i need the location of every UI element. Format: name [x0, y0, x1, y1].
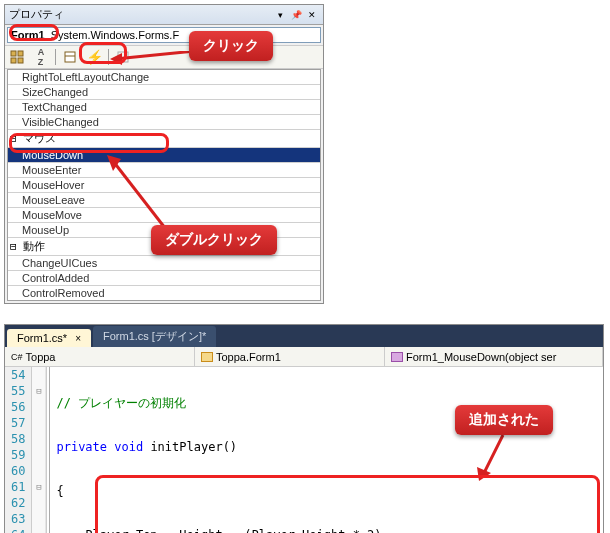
fold-toggle[interactable]: ⊟	[32, 383, 45, 399]
properties-toolbar: AZ ⚡	[5, 45, 323, 69]
event-row[interactable]: MouseHover	[8, 178, 320, 193]
editor-tabbar: Form1.cs*× Form1.cs [デザイン]*	[5, 325, 603, 347]
breadcrumb-class[interactable]: Toppa.Form1	[195, 347, 385, 366]
close-icon[interactable]: ✕	[305, 8, 319, 22]
event-row[interactable]: SizeChanged	[8, 85, 320, 100]
event-row[interactable]: ControlAdded	[8, 271, 320, 286]
event-row[interactable]: MouseLeave	[8, 193, 320, 208]
property-pages-icon[interactable]	[113, 47, 133, 67]
category-mouse[interactable]: マウス	[8, 130, 320, 148]
code-text[interactable]: // プレイヤーの初期化 private void initPlayer() {…	[52, 367, 501, 533]
event-row[interactable]: MouseMove	[8, 208, 320, 223]
breadcrumb-member[interactable]: Form1_MouseDown(object ser	[385, 347, 603, 366]
svg-rect-0	[11, 51, 16, 56]
object-selector[interactable]: Form1 System.Windows.Forms.F	[7, 27, 321, 43]
event-row[interactable]: TextChanged	[8, 100, 320, 115]
class-icon	[201, 352, 213, 362]
svg-rect-4	[65, 52, 75, 62]
callout-added: 追加された	[455, 405, 553, 435]
selected-object-name: Form1	[11, 29, 45, 41]
tab-close-icon[interactable]: ×	[75, 333, 81, 344]
pin-icon[interactable]: 📌	[289, 8, 303, 22]
event-row[interactable]: ChangeUICues	[8, 256, 320, 271]
line-gutter: 545556575859606162636465	[5, 367, 32, 533]
fold-toggle[interactable]: ⊟	[32, 479, 45, 495]
breadcrumb-namespace[interactable]: C#Toppa	[5, 347, 195, 366]
fold-gutter: ⊟⊟	[32, 367, 46, 533]
callout-click: クリック	[189, 31, 273, 61]
code-editor: Form1.cs*× Form1.cs [デザイン]* C#Toppa Topp…	[4, 324, 604, 533]
event-row[interactable]: VisibleChanged	[8, 115, 320, 130]
dropdown-icon[interactable]: ▾	[273, 8, 287, 22]
method-icon	[391, 352, 403, 362]
tab-form1-design[interactable]: Form1.cs [デザイン]*	[93, 326, 216, 347]
event-row[interactable]: RightToLeftLayoutChange	[8, 70, 320, 85]
properties-panel: プロパティ ▾ 📌 ✕ Form1 System.Windows.Forms.F…	[4, 4, 324, 304]
properties-title: プロパティ	[9, 7, 271, 22]
events-icon[interactable]: ⚡	[84, 47, 104, 67]
svg-rect-3	[18, 58, 23, 63]
callout-dblclick: ダブルクリック	[151, 225, 277, 255]
tab-form1-cs[interactable]: Form1.cs*×	[7, 329, 91, 347]
selected-object-type: System.Windows.Forms.F	[51, 29, 179, 41]
properties-icon[interactable]	[60, 47, 80, 67]
code-area[interactable]: 545556575859606162636465 ⊟⊟ // プレイヤーの初期化…	[5, 367, 603, 533]
svg-rect-1	[18, 51, 23, 56]
svg-rect-2	[11, 58, 16, 63]
breadcrumb: C#Toppa Toppa.Form1 Form1_MouseDown(obje…	[5, 347, 603, 367]
event-row[interactable]: ControlRemoved	[8, 286, 320, 300]
event-list: RightToLeftLayoutChange SizeChanged Text…	[7, 69, 321, 301]
outline-bar	[46, 367, 52, 533]
properties-titlebar: プロパティ ▾ 📌 ✕	[5, 5, 323, 25]
svg-rect-6	[118, 52, 128, 62]
event-row-selected[interactable]: MouseDown	[8, 148, 320, 163]
event-row[interactable]: MouseEnter	[8, 163, 320, 178]
categorized-icon[interactable]	[7, 47, 27, 67]
alphabetical-icon[interactable]: AZ	[31, 47, 51, 67]
